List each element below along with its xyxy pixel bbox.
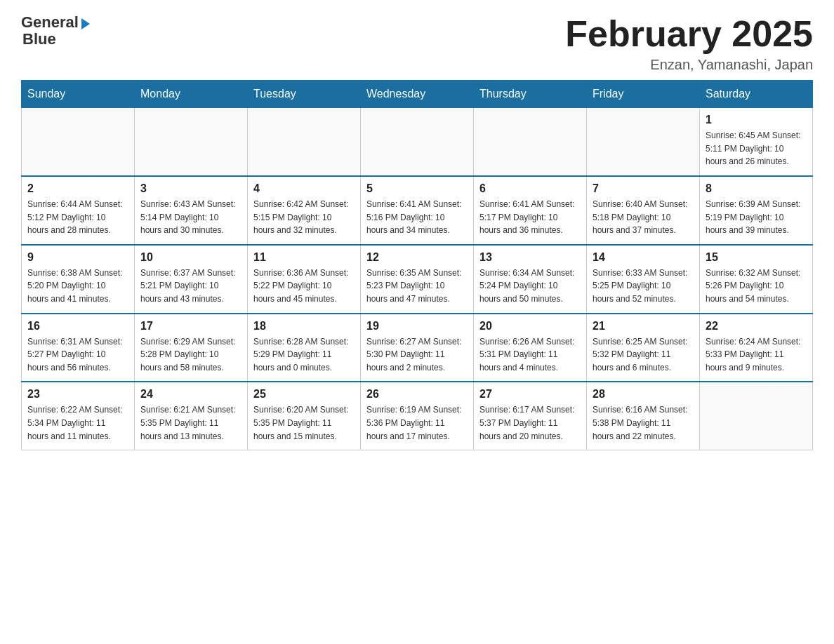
day-number: 10 xyxy=(140,251,241,264)
day-number: 8 xyxy=(706,182,807,195)
table-row: 15Sunrise: 6:32 AM Sunset: 5:26 PM Dayli… xyxy=(700,245,813,314)
day-number: 23 xyxy=(27,388,128,401)
day-number: 22 xyxy=(706,320,807,333)
table-row: 27Sunrise: 6:17 AM Sunset: 5:37 PM Dayli… xyxy=(474,382,587,450)
table-row xyxy=(474,108,587,176)
table-row xyxy=(361,108,474,176)
table-row xyxy=(22,108,135,176)
table-row: 8Sunrise: 6:39 AM Sunset: 5:19 PM Daylig… xyxy=(700,176,813,245)
day-info: Sunrise: 6:45 AM Sunset: 5:11 PM Dayligh… xyxy=(706,129,807,168)
table-row: 5Sunrise: 6:41 AM Sunset: 5:16 PM Daylig… xyxy=(361,176,474,245)
table-row: 26Sunrise: 6:19 AM Sunset: 5:36 PM Dayli… xyxy=(361,382,474,450)
day-number: 9 xyxy=(27,251,128,264)
col-monday: Monday xyxy=(135,81,248,108)
table-row: 12Sunrise: 6:35 AM Sunset: 5:23 PM Dayli… xyxy=(361,245,474,314)
month-title: February 2025 xyxy=(565,14,813,54)
table-row: 19Sunrise: 6:27 AM Sunset: 5:30 PM Dayli… xyxy=(361,314,474,382)
day-info: Sunrise: 6:39 AM Sunset: 5:19 PM Dayligh… xyxy=(706,198,807,237)
table-row: 4Sunrise: 6:42 AM Sunset: 5:15 PM Daylig… xyxy=(248,176,361,245)
day-info: Sunrise: 6:19 AM Sunset: 5:36 PM Dayligh… xyxy=(366,403,468,443)
table-row: 22Sunrise: 6:24 AM Sunset: 5:33 PM Dayli… xyxy=(700,314,813,382)
logo-arrow-icon xyxy=(81,18,90,29)
day-number: 24 xyxy=(140,388,241,401)
col-sunday: Sunday xyxy=(22,81,135,108)
day-info: Sunrise: 6:33 AM Sunset: 5:25 PM Dayligh… xyxy=(593,267,694,306)
day-number: 7 xyxy=(593,182,694,195)
day-info: Sunrise: 6:35 AM Sunset: 5:23 PM Dayligh… xyxy=(366,267,468,306)
table-row: 1Sunrise: 6:45 AM Sunset: 5:11 PM Daylig… xyxy=(700,108,813,176)
title-block: February 2025 Enzan, Yamanashi, Japan xyxy=(565,14,813,73)
calendar-week-row: 9Sunrise: 6:38 AM Sunset: 5:20 PM Daylig… xyxy=(22,245,813,314)
day-info: Sunrise: 6:22 AM Sunset: 5:34 PM Dayligh… xyxy=(27,403,128,443)
table-row: 24Sunrise: 6:21 AM Sunset: 5:35 PM Dayli… xyxy=(135,382,248,450)
day-number: 17 xyxy=(140,320,241,333)
day-number: 12 xyxy=(366,251,468,264)
day-info: Sunrise: 6:31 AM Sunset: 5:27 PM Dayligh… xyxy=(27,335,128,375)
calendar-week-row: 2Sunrise: 6:44 AM Sunset: 5:12 PM Daylig… xyxy=(22,176,813,245)
day-number: 26 xyxy=(366,388,468,401)
day-number: 3 xyxy=(140,182,241,195)
day-info: Sunrise: 6:40 AM Sunset: 5:18 PM Dayligh… xyxy=(593,198,694,237)
day-info: Sunrise: 6:24 AM Sunset: 5:33 PM Dayligh… xyxy=(706,335,807,375)
day-info: Sunrise: 6:37 AM Sunset: 5:21 PM Dayligh… xyxy=(140,267,241,306)
table-row: 7Sunrise: 6:40 AM Sunset: 5:18 PM Daylig… xyxy=(587,176,700,245)
day-number: 2 xyxy=(27,182,128,195)
day-info: Sunrise: 6:42 AM Sunset: 5:15 PM Dayligh… xyxy=(253,198,355,237)
calendar-header-row: Sunday Monday Tuesday Wednesday Thursday… xyxy=(22,81,813,108)
day-number: 1 xyxy=(706,114,807,126)
day-info: Sunrise: 6:17 AM Sunset: 5:37 PM Dayligh… xyxy=(479,403,581,443)
day-number: 28 xyxy=(593,388,694,401)
table-row: 23Sunrise: 6:22 AM Sunset: 5:34 PM Dayli… xyxy=(22,382,135,450)
day-info: Sunrise: 6:44 AM Sunset: 5:12 PM Dayligh… xyxy=(27,198,128,237)
table-row xyxy=(700,382,813,450)
table-row: 6Sunrise: 6:41 AM Sunset: 5:17 PM Daylig… xyxy=(474,176,587,245)
day-number: 13 xyxy=(479,251,581,264)
day-info: Sunrise: 6:21 AM Sunset: 5:35 PM Dayligh… xyxy=(140,403,241,443)
day-info: Sunrise: 6:38 AM Sunset: 5:20 PM Dayligh… xyxy=(27,267,128,306)
day-info: Sunrise: 6:43 AM Sunset: 5:14 PM Dayligh… xyxy=(140,198,241,237)
table-row: 25Sunrise: 6:20 AM Sunset: 5:35 PM Dayli… xyxy=(248,382,361,450)
page-header: General Blue February 2025 Enzan, Yamana… xyxy=(21,14,813,73)
col-thursday: Thursday xyxy=(474,81,587,108)
day-info: Sunrise: 6:34 AM Sunset: 5:24 PM Dayligh… xyxy=(479,267,581,306)
logo: General Blue xyxy=(21,14,90,48)
day-info: Sunrise: 6:26 AM Sunset: 5:31 PM Dayligh… xyxy=(479,335,581,375)
col-saturday: Saturday xyxy=(700,81,813,108)
calendar-week-row: 1Sunrise: 6:45 AM Sunset: 5:11 PM Daylig… xyxy=(22,108,813,176)
day-number: 21 xyxy=(593,320,694,333)
logo-general: General xyxy=(21,14,79,31)
table-row xyxy=(248,108,361,176)
table-row: 3Sunrise: 6:43 AM Sunset: 5:14 PM Daylig… xyxy=(135,176,248,245)
table-row: 17Sunrise: 6:29 AM Sunset: 5:28 PM Dayli… xyxy=(135,314,248,382)
day-info: Sunrise: 6:36 AM Sunset: 5:22 PM Dayligh… xyxy=(253,267,355,306)
table-row: 13Sunrise: 6:34 AM Sunset: 5:24 PM Dayli… xyxy=(474,245,587,314)
day-number: 19 xyxy=(366,320,468,333)
table-row: 9Sunrise: 6:38 AM Sunset: 5:20 PM Daylig… xyxy=(22,245,135,314)
calendar-week-row: 23Sunrise: 6:22 AM Sunset: 5:34 PM Dayli… xyxy=(22,382,813,450)
day-info: Sunrise: 6:41 AM Sunset: 5:16 PM Dayligh… xyxy=(366,198,468,237)
day-number: 6 xyxy=(479,182,581,195)
table-row: 11Sunrise: 6:36 AM Sunset: 5:22 PM Dayli… xyxy=(248,245,361,314)
table-row: 2Sunrise: 6:44 AM Sunset: 5:12 PM Daylig… xyxy=(22,176,135,245)
day-number: 4 xyxy=(253,182,355,195)
day-number: 20 xyxy=(479,320,581,333)
table-row: 10Sunrise: 6:37 AM Sunset: 5:21 PM Dayli… xyxy=(135,245,248,314)
table-row: 18Sunrise: 6:28 AM Sunset: 5:29 PM Dayli… xyxy=(248,314,361,382)
day-number: 16 xyxy=(27,320,128,333)
day-number: 5 xyxy=(366,182,468,195)
table-row: 20Sunrise: 6:26 AM Sunset: 5:31 PM Dayli… xyxy=(474,314,587,382)
logo-blue: Blue xyxy=(22,31,56,48)
table-row: 16Sunrise: 6:31 AM Sunset: 5:27 PM Dayli… xyxy=(22,314,135,382)
day-info: Sunrise: 6:32 AM Sunset: 5:26 PM Dayligh… xyxy=(706,267,807,306)
day-info: Sunrise: 6:25 AM Sunset: 5:32 PM Dayligh… xyxy=(593,335,694,375)
day-number: 14 xyxy=(593,251,694,264)
day-info: Sunrise: 6:28 AM Sunset: 5:29 PM Dayligh… xyxy=(253,335,355,375)
col-friday: Friday xyxy=(587,81,700,108)
day-info: Sunrise: 6:27 AM Sunset: 5:30 PM Dayligh… xyxy=(366,335,468,375)
table-row xyxy=(135,108,248,176)
col-wednesday: Wednesday xyxy=(361,81,474,108)
table-row: 21Sunrise: 6:25 AM Sunset: 5:32 PM Dayli… xyxy=(587,314,700,382)
day-info: Sunrise: 6:41 AM Sunset: 5:17 PM Dayligh… xyxy=(479,198,581,237)
col-tuesday: Tuesday xyxy=(248,81,361,108)
table-row: 14Sunrise: 6:33 AM Sunset: 5:25 PM Dayli… xyxy=(587,245,700,314)
